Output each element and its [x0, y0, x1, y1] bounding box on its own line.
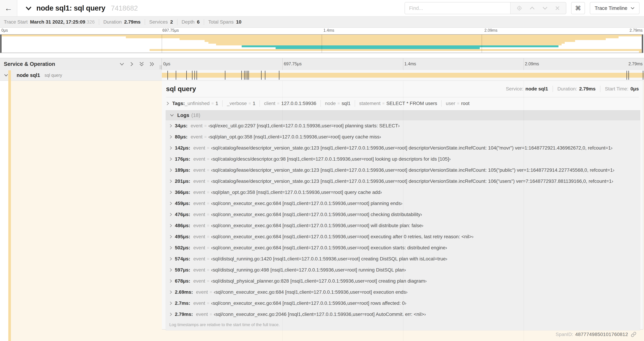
back-button[interactable]: ←	[0, 0, 17, 16]
equals-sign: =	[248, 101, 251, 106]
log-marker	[248, 71, 249, 80]
equals-sign: =	[212, 101, 214, 106]
tag-value: SELECT * FROM users	[386, 101, 437, 106]
chevron-down-icon[interactable]	[542, 6, 548, 10]
summary-item: Services2	[149, 19, 173, 25]
log-row[interactable]: 678μs:event=‹sql/distsql_physical_planne…	[166, 275, 640, 287]
link-icon[interactable]	[631, 332, 636, 337]
log-row[interactable]: 80μs:event=‹sql/plan_opt.go:358 [nsql1,c…	[166, 131, 640, 142]
chevron-right-icon	[169, 279, 172, 283]
log-row[interactable]: 459μs:event=‹sql/conn_executor_exec.go:6…	[166, 198, 640, 209]
summary-item-label: Duration	[103, 19, 122, 25]
summary-item-label: Services	[149, 19, 168, 25]
log-row[interactable]: 495μs:event=‹sql/conn_executor_exec.go:6…	[166, 231, 640, 242]
expand-one-icon[interactable]	[130, 62, 134, 67]
log-timestamp: 201μs:	[175, 178, 190, 184]
log-row[interactable]: 142μs:event=‹sql/catalog/lease/descripto…	[166, 142, 640, 154]
chevron-right-icon	[169, 223, 172, 228]
log-row[interactable]: 366μs:event=‹sql/plan_opt.go:358 [nsql1,…	[166, 187, 640, 198]
tags-section[interactable]: Tags: _unfinished=1_verbose=1client=127.…	[162, 97, 643, 110]
log-timestamp: 678μs:	[175, 278, 190, 284]
page-title: node sql1: sql query	[36, 4, 105, 12]
chevron-up-icon[interactable]	[529, 6, 535, 10]
chevron-right-icon	[169, 157, 172, 161]
log-row[interactable]: 2.7ms:event=‹sql/conn_executor_exec.go:6…	[166, 298, 640, 309]
log-marker	[265, 71, 266, 80]
span-detail-panel: sql query Service:node sql1Duration:2.79…	[162, 81, 643, 329]
chevron-right-icon	[169, 135, 172, 139]
minimap-left-scrub-handle[interactable]	[0, 35, 2, 53]
log-marker	[192, 71, 192, 80]
logs-note: Log timestamps are relative to the start…	[166, 320, 640, 330]
log-row[interactable]: 2.69ms:event=‹sql/conn_executor_exec.go:…	[166, 287, 640, 298]
log-row[interactable]: 476μs:event=‹sql/conn_executor_exec.go:6…	[166, 209, 640, 220]
chevron-down-icon[interactable]	[4, 74, 8, 77]
span-duration-bar[interactable]	[162, 73, 644, 78]
divider	[99, 19, 99, 25]
service-operation-title: Service & Operation	[4, 61, 55, 67]
log-row[interactable]: 597μs:event=‹sql/distsql_running.go:498 …	[166, 264, 640, 275]
logs-header[interactable]: Logs (18)	[166, 110, 640, 120]
tag-item: statement=SELECT * FROM users	[359, 101, 437, 106]
span-row-timeline[interactable]	[162, 70, 644, 80]
view-dropdown[interactable]: Trace Timeline	[590, 2, 640, 14]
locate-icon[interactable]	[516, 5, 522, 11]
tick-label: 0μs	[0, 28, 8, 33]
log-marker	[225, 71, 226, 80]
log-row[interactable]: 34μs:event=‹sql/exec_util.go:2297 [nsql1…	[166, 120, 640, 131]
equals-sign: =	[207, 223, 209, 228]
log-field-name: event	[190, 123, 202, 129]
chevron-right-icon	[169, 146, 172, 150]
summary-item-value: 10	[236, 19, 241, 25]
log-row[interactable]: 502μs:event=‹sql/conn_executor_exec.go:6…	[166, 242, 640, 253]
log-row[interactable]: 189μs:event=‹sql/catalog/lease/descripto…	[166, 165, 640, 176]
timeline-minimap[interactable]	[0, 34, 643, 53]
trace-title-group[interactable]: node sql1: sql query 7418682	[25, 4, 138, 12]
log-field-name: event	[196, 289, 208, 295]
log-value: ‹sql/plan_opt.go:358 [nsql1,client=127.0…	[211, 190, 382, 195]
log-row[interactable]: 486μs:event=‹sql/conn_executor_exec.go:6…	[166, 220, 640, 231]
span-row: node sql1 sql query	[0, 70, 644, 81]
tag-item: user=root	[446, 101, 470, 106]
find-control	[404, 2, 566, 14]
expand-all-icon[interactable]	[150, 62, 154, 67]
span-row-name-cell[interactable]: node sql1 sql query	[0, 70, 162, 80]
chevron-right-icon	[169, 168, 172, 172]
tick-label: 2.09ms	[483, 28, 497, 33]
divider	[552, 86, 553, 92]
collapse-one-icon[interactable]	[119, 62, 124, 66]
log-row[interactable]: 176μs:event=‹sql/catalog/descs/descripto…	[166, 154, 640, 165]
chevron-right-icon	[169, 246, 172, 250]
log-value: ‹sql/plan_opt.go:358 [nsql1,client=127.0…	[208, 134, 381, 140]
chevron-down-icon[interactable]	[25, 6, 32, 11]
keyboard-shortcuts-button[interactable]: ⌘	[571, 2, 585, 14]
chevron-right-icon	[166, 101, 170, 106]
summary-item: Duration2.79ms	[103, 19, 140, 25]
gridline	[162, 35, 162, 53]
collapse-all-icon[interactable]	[139, 62, 144, 67]
chevron-right-icon	[169, 312, 172, 316]
column-resizer-grip[interactable]	[160, 65, 162, 69]
clear-icon[interactable]	[555, 6, 560, 11]
tag-key: statement	[359, 101, 380, 106]
log-row[interactable]: 2.79ms:event=‹sql/conn_executor_exec.go:…	[166, 309, 640, 320]
equals-sign: =	[204, 123, 207, 128]
span-service-name: node sql1	[16, 72, 40, 78]
tag-key: user	[446, 101, 455, 106]
log-value: ‹sql/distsql_running.go:1420 [nsql1,clie…	[211, 256, 447, 262]
log-row[interactable]: 201μs:event=‹sql/catalog/lease/descripto…	[166, 176, 640, 187]
equals-sign: =	[210, 290, 212, 294]
log-value: ‹sql/conn_executor_exec.go:2046 [nsql1,c…	[214, 311, 426, 317]
log-field-name: event	[193, 190, 205, 195]
log-field-name: event	[193, 234, 205, 239]
tick-label: 2.79ms	[628, 61, 644, 66]
stat-value: 0μs	[630, 86, 639, 92]
summary-item: Total Spans10	[208, 19, 241, 25]
minimap-right-scrub-handle[interactable]	[642, 35, 643, 53]
tag-value: 1	[253, 101, 256, 106]
log-timestamp: 189μs:	[175, 167, 190, 173]
log-value: ‹sql/conn_executor_exec.go:684 [nsql1,cl…	[211, 223, 424, 228]
log-row[interactable]: 574μs:event=‹sql/distsql_running.go:1420…	[166, 253, 640, 264]
tick-label: 0μs	[162, 61, 170, 66]
find-input[interactable]	[405, 3, 510, 14]
